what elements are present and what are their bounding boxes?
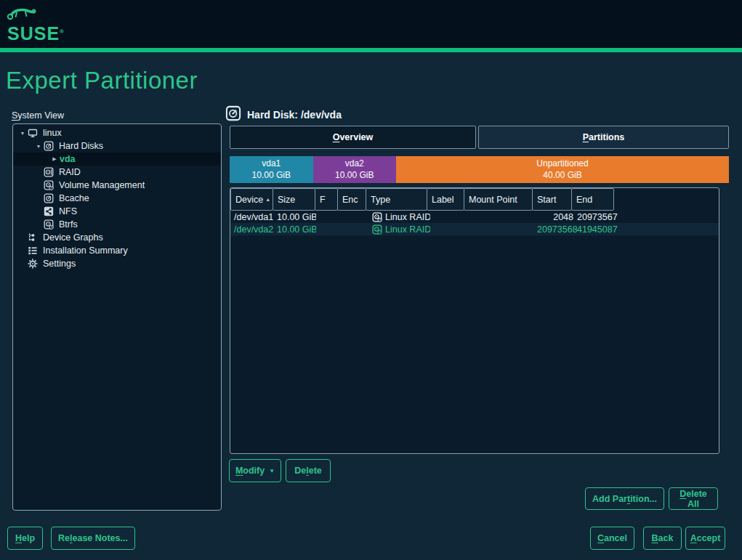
linux-raid-icon bbox=[372, 224, 382, 235]
tree-item-raid[interactable]: RAID bbox=[13, 166, 221, 179]
tree-item-volume-management[interactable]: Volume Management bbox=[13, 179, 221, 192]
help-button[interactable]: Help bbox=[7, 527, 43, 550]
volume-management-icon bbox=[44, 180, 55, 190]
tree-item-vda[interactable]: ▶ vda bbox=[13, 153, 221, 166]
tree-item-installation-summary[interactable]: Installation Summary bbox=[13, 244, 221, 257]
suse-logo-text: SUSE® bbox=[7, 23, 65, 44]
expanded-arrow-icon[interactable]: ▼ bbox=[33, 144, 44, 149]
table-row-vda2[interactable]: /dev/vda2 10.00 GiB Linux RAID 20973568 … bbox=[230, 223, 719, 235]
column-header-label[interactable]: Label bbox=[427, 188, 464, 211]
brand-accent-divider bbox=[0, 48, 742, 52]
settings-gear-icon bbox=[28, 259, 39, 269]
btrfs-icon bbox=[44, 219, 55, 230]
tree-item-settings[interactable]: Settings bbox=[13, 257, 221, 270]
add-partition-button[interactable]: Add Partition... bbox=[585, 487, 664, 510]
page-title: Expert Partitioner bbox=[6, 67, 198, 94]
nfs-share-icon bbox=[44, 206, 55, 216]
column-header-type[interactable]: Type bbox=[366, 188, 427, 211]
chevron-down-icon: ▼ bbox=[269, 468, 275, 474]
tree-item-btrfs[interactable]: Btrfs bbox=[13, 218, 221, 231]
top-banner: SUSE® bbox=[0, 0, 742, 48]
accept-button[interactable]: Accept bbox=[685, 527, 725, 550]
tree-item-device-graphs[interactable]: Device Graphs bbox=[13, 231, 221, 244]
column-header-enc[interactable]: Enc bbox=[337, 188, 366, 211]
partition-usage-bar: vda1 10.00 GiB vda2 10.00 GiB Unpartitio… bbox=[230, 156, 729, 183]
partitions-table: Device▲ Size F Enc Type Label Mount Poin… bbox=[230, 187, 719, 454]
disk-heading-title: Hard Disk: /dev/vda bbox=[247, 109, 342, 121]
bcache-icon bbox=[44, 193, 55, 203]
tab-overview[interactable]: Overview bbox=[230, 126, 476, 149]
column-header-f[interactable]: F bbox=[315, 188, 338, 211]
column-header-mount-point[interactable]: Mount Point bbox=[464, 188, 533, 211]
registered-mark: ® bbox=[60, 28, 65, 35]
partition-segment-vda2: vda2 10.00 GiB bbox=[313, 156, 397, 183]
partition-segment-unpartitioned: Unpartitioned 40.00 GiB bbox=[396, 156, 729, 183]
expert-partitioner-window: SUSE® Expert Partitioner System View ▼ l… bbox=[0, 0, 742, 560]
back-button[interactable]: Back bbox=[643, 527, 682, 550]
delete-all-button[interactable]: Delete All bbox=[669, 487, 718, 510]
tree-item-hard-disks[interactable]: ▼ Hard Disks bbox=[13, 139, 221, 153]
cancel-button[interactable]: Cancel bbox=[590, 527, 634, 550]
table-row-vda1[interactable]: /dev/vda1 10.00 GiB Linux RAID 2048 2097… bbox=[230, 211, 719, 223]
partition-segment-vda1: vda1 10.00 GiB bbox=[230, 156, 313, 183]
modify-button[interactable]: Modify▼ bbox=[229, 459, 281, 482]
column-header-start[interactable]: Start bbox=[532, 188, 572, 211]
disk-heading: Hard Disk: /dev/vda bbox=[225, 105, 342, 124]
system-view-label: System View bbox=[12, 110, 64, 121]
hard-disk-icon bbox=[225, 105, 241, 124]
device-graphs-icon bbox=[28, 232, 39, 243]
expanded-arrow-icon[interactable]: ▼ bbox=[17, 131, 28, 136]
suse-chameleon-icon bbox=[6, 6, 38, 22]
linux-raid-icon bbox=[372, 212, 382, 222]
hard-disk-icon bbox=[44, 141, 55, 151]
release-notes-button[interactable]: Release Notes... bbox=[51, 527, 135, 550]
delete-button[interactable]: Delete bbox=[286, 459, 331, 482]
sort-ascending-icon: ▲ bbox=[265, 197, 270, 202]
tree-item-linux[interactable]: ▼ linux bbox=[13, 126, 221, 139]
computer-icon bbox=[28, 128, 39, 138]
tree-item-nfs[interactable]: NFS bbox=[13, 205, 221, 218]
column-header-device[interactable]: Device▲ bbox=[230, 188, 273, 211]
raid-icon bbox=[44, 167, 55, 177]
installation-summary-icon bbox=[28, 245, 39, 256]
suse-logo: SUSE® bbox=[6, 6, 86, 44]
column-header-end[interactable]: End bbox=[571, 188, 614, 211]
tab-partitions[interactable]: Partitions bbox=[478, 126, 729, 149]
tree-item-bcache[interactable]: Bcache bbox=[13, 192, 221, 205]
column-header-size[interactable]: Size bbox=[273, 188, 315, 211]
table-header: Device▲ Size F Enc Type Label Mount Poin… bbox=[230, 188, 719, 211]
collapsed-arrow-icon[interactable]: ▶ bbox=[49, 156, 60, 162]
system-view-tree: ▼ linux ▼ Hard Disks ▶ vda RAID Volume M… bbox=[12, 123, 222, 511]
